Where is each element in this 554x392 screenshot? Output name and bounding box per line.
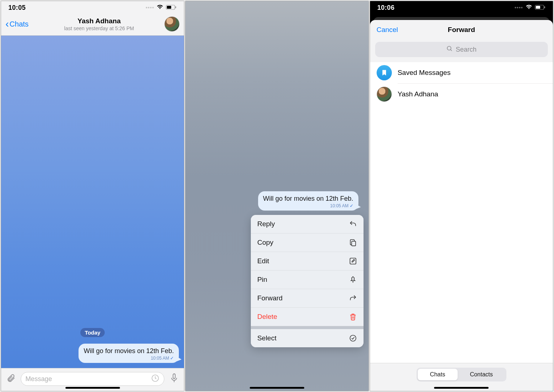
blurred-background[interactable]: Will go for movies on 12th Feb. 10:05 AM… [185, 1, 368, 391]
svg-rect-9 [536, 6, 540, 9]
back-label: Chats [9, 20, 28, 28]
sent-check-icon: ✓ [350, 203, 353, 208]
message-text: Will go for movies on 12th Feb. [84, 347, 174, 355]
chat-header: ‹ Chats Yash Adhana last seen yesterday … [1, 14, 184, 36]
menu-copy[interactable]: Copy [251, 233, 364, 252]
context-menu-screen: Will go for movies on 12th Feb. 10:05 AM… [185, 1, 369, 391]
seg-contacts[interactable]: Contacts [458, 369, 505, 380]
context-menu: Reply Copy Edit Pin [251, 215, 364, 347]
svg-rect-1 [167, 6, 171, 9]
back-button[interactable]: ‹ Chats [5, 19, 36, 29]
wifi-icon [525, 4, 533, 12]
wifi-icon [156, 4, 164, 12]
chat-screen: 10:05 •••• ‹ Chats Yash Adhana last seen… [1, 1, 184, 391]
chat-title-group[interactable]: Yash Adhana last seen yesterday at 5:26 … [36, 17, 162, 31]
avatar [377, 87, 392, 102]
forward-header: Cancel Forward [370, 20, 553, 40]
forward-sheet: Cancel Forward Search Saved Messages Yas… [370, 20, 553, 391]
menu-delete[interactable]: Delete [251, 308, 364, 326]
sent-check-icon: ✓ [170, 356, 174, 361]
menu-edit[interactable]: Edit [251, 252, 364, 271]
battery-icon [535, 4, 546, 12]
date-chip: Today [80, 328, 105, 337]
forward-row-contact[interactable]: Yash Adhana [370, 84, 553, 105]
forward-row-saved[interactable]: Saved Messages [370, 62, 553, 83]
checkmark-circle-icon [349, 334, 357, 342]
search-icon [446, 45, 453, 54]
message-input[interactable]: Message [21, 372, 164, 386]
menu-separator [251, 326, 364, 329]
contact-name: Yash Adhana [36, 17, 162, 25]
back-chevron-icon: ‹ [5, 19, 9, 29]
status-time: 10:06 [377, 4, 395, 12]
message-placeholder: Message [25, 375, 52, 383]
battery-icon [166, 4, 177, 12]
home-indicator[interactable] [250, 387, 304, 389]
trash-icon [349, 313, 357, 321]
seg-chats[interactable]: Chats [418, 369, 458, 380]
svg-rect-10 [544, 6, 545, 8]
menu-label: Select [257, 334, 277, 342]
menu-forward[interactable]: Forward [251, 289, 364, 308]
svg-point-7 [350, 335, 356, 341]
messages-area[interactable]: Today Will go for movies on 12th Feb. 10… [1, 36, 184, 368]
message-time: 10:05 AM [151, 356, 169, 361]
menu-label: Edit [257, 257, 269, 265]
clock-icon[interactable] [151, 374, 160, 384]
row-label: Saved Messages [398, 69, 451, 77]
cellular-dots-icon: •••• [514, 5, 523, 11]
cellular-dots-icon: •••• [146, 5, 154, 11]
menu-label: Copy [257, 239, 273, 247]
menu-label: Pin [257, 276, 267, 284]
forward-icon [349, 294, 357, 302]
last-seen: last seen yesterday at 5:26 PM [36, 25, 162, 31]
avatar[interactable] [164, 16, 180, 32]
reply-icon [349, 220, 357, 228]
search-input[interactable]: Search [375, 42, 548, 57]
message-bubble[interactable]: Will go for movies on 12th Feb. 10:05 AM… [79, 344, 179, 363]
edit-icon [349, 257, 357, 265]
menu-label: Forward [257, 294, 283, 302]
status-bar: 10:05 •••• [1, 1, 184, 14]
message-text: Will go for movies on 12th Feb. [263, 195, 353, 203]
menu-label: Delete [257, 313, 277, 321]
message-time: 10:05 AM [330, 203, 349, 208]
pin-icon [349, 276, 357, 284]
menu-reply[interactable]: Reply [251, 215, 364, 233]
status-bar: 10:06 •••• [370, 1, 553, 14]
paperclip-icon[interactable] [5, 373, 16, 384]
home-indicator[interactable] [65, 387, 120, 389]
menu-select[interactable]: Select [251, 329, 364, 347]
home-indicator[interactable] [434, 387, 489, 389]
svg-rect-4 [173, 374, 175, 379]
segmented-control: Chats Contacts [417, 368, 506, 381]
svg-rect-5 [352, 241, 356, 246]
status-time: 10:05 [8, 4, 26, 12]
search-placeholder: Search [456, 46, 477, 53]
forward-screen: 10:06 •••• Cancel Forward Search [370, 1, 553, 391]
focused-message-bubble[interactable]: Will go for movies on 12th Feb. 10:05 AM… [258, 191, 358, 211]
forward-list: Saved Messages Yash Adhana [370, 62, 553, 363]
copy-icon [349, 239, 357, 247]
svg-rect-6 [350, 258, 356, 264]
svg-rect-2 [175, 6, 176, 8]
svg-point-11 [447, 46, 451, 50]
bookmark-icon [377, 65, 392, 80]
menu-label: Reply [257, 220, 275, 228]
forward-title: Forward [377, 26, 546, 34]
menu-pin[interactable]: Pin [251, 271, 364, 289]
microphone-icon[interactable] [169, 373, 180, 385]
row-label: Yash Adhana [398, 90, 438, 98]
